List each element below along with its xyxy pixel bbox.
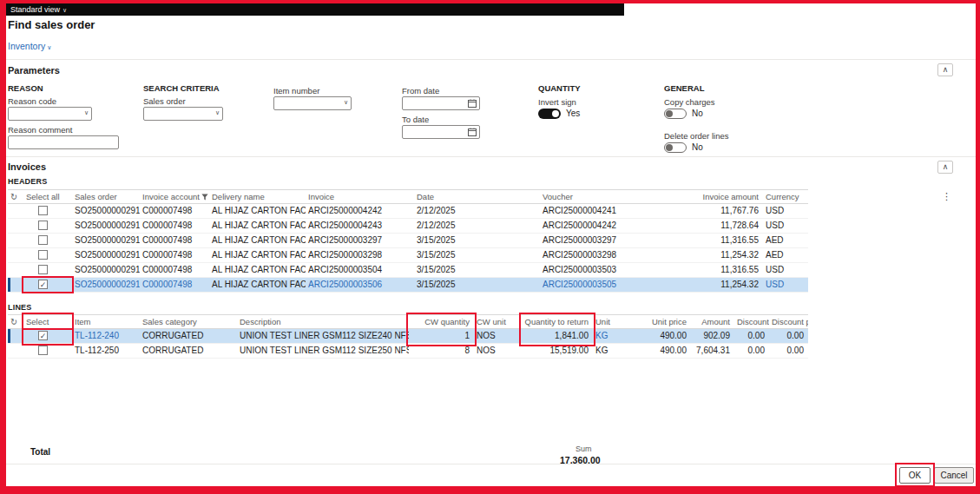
cell: AL HIJAZ CARTON FACTO...	[209, 263, 306, 277]
column-header[interactable]: Discount	[734, 315, 769, 328]
column-header[interactable]: Voucher	[540, 190, 687, 203]
reason-code-dropdown[interactable]: ∨	[8, 107, 92, 121]
reason-comment-input[interactable]	[8, 135, 119, 149]
column-header[interactable]: Invoice	[306, 190, 414, 203]
column-header[interactable]: Sales order	[72, 190, 140, 203]
filter-icon[interactable]	[201, 194, 208, 201]
column-header[interactable]: Sales category	[140, 315, 237, 328]
column-header[interactable]: Invoice account	[140, 190, 209, 203]
column-header[interactable]: CW unit	[474, 315, 522, 328]
column-header[interactable]: Select	[23, 315, 72, 328]
cell: UNION TEST LINER GSM112 SIZE250 NFSC	[237, 344, 409, 358]
cell: ARCI25000003504	[306, 263, 414, 277]
table-row[interactable]: SO25000000291C000007498AL HIJAZ CARTON F…	[8, 248, 808, 263]
column-header[interactable]: Unit	[593, 315, 630, 328]
row-checkbox[interactable]	[38, 346, 48, 355]
cell: 11,254.32	[687, 278, 763, 292]
column-header-label: Date	[417, 192, 434, 201]
column-header-label: Select	[26, 317, 49, 326]
chevron-up-icon: ∧	[943, 162, 949, 171]
more-options-icon[interactable]: ⋮	[942, 191, 951, 202]
chevron-up-icon: ∧	[943, 65, 949, 74]
row-spacer	[8, 344, 23, 358]
row-checkbox[interactable]	[38, 265, 48, 274]
table-row[interactable]: ✓SO25000000291C000007498AL HIJAZ CARTON …	[8, 278, 808, 293]
cell-link[interactable]: SO25000000291	[72, 278, 140, 292]
cell: C000007498	[140, 219, 209, 233]
chevron-down-icon: ∨	[47, 44, 51, 50]
row-checkbox[interactable]	[38, 221, 48, 230]
from-date-input[interactable]	[402, 96, 480, 110]
column-header[interactable]: Description	[237, 315, 409, 328]
column-header[interactable]: Discount p...	[769, 315, 808, 328]
column-header[interactable]: Delivery name	[209, 190, 306, 203]
table-row[interactable]: SO25000000291C000007498AL HIJAZ CARTON F…	[8, 219, 808, 234]
cancel-button[interactable]: Cancel	[934, 467, 974, 484]
cell: ARCI25000004243	[306, 219, 414, 233]
view-selector[interactable]: Standard view∨	[6, 3, 624, 16]
column-header[interactable]: Date	[414, 190, 540, 203]
row-checkbox[interactable]: ✓	[38, 280, 48, 289]
column-header-label: CW quantity	[424, 317, 470, 326]
cell: USD	[763, 219, 808, 233]
cell: 0.00	[734, 329, 769, 343]
column-header[interactable]: CW quantity	[409, 315, 474, 328]
refresh-icon[interactable]: ↻	[8, 315, 23, 328]
collapse-invoices-button[interactable]: ∧	[937, 161, 953, 174]
column-header[interactable]: Currency	[763, 190, 808, 203]
column-header[interactable]: Item	[72, 315, 140, 328]
collapse-parameters-button[interactable]: ∧	[937, 63, 953, 76]
cell: 11,316.55	[687, 234, 763, 247]
copy-charges-toggle[interactable]	[664, 109, 687, 119]
ok-button[interactable]: OK	[899, 467, 931, 484]
copy-charges-label: Copy charges	[664, 97, 715, 107]
cell-link[interactable]: TL-112-240	[72, 329, 140, 343]
column-header-label: Unit	[595, 317, 610, 326]
table-row[interactable]: ✓TL-112-240CORRUGATEDUNION TEST LINER GS…	[8, 329, 808, 344]
column-header-label: Unit price	[652, 317, 687, 326]
cell: ARCI25000004242	[306, 204, 414, 218]
delete-order-lines-toggle[interactable]	[664, 142, 687, 153]
to-date-input[interactable]	[402, 125, 480, 139]
cell: SO25000000291	[72, 263, 140, 277]
cell: AL HIJAZ CARTON FACTO...	[209, 219, 306, 233]
table-row[interactable]: TL-112-250CORRUGATEDUNION TEST LINER GSM…	[8, 344, 808, 359]
row-checkbox[interactable]	[38, 206, 48, 215]
column-header[interactable]: Unit price	[630, 315, 691, 328]
cell-link[interactable]: ARCI25000003506	[306, 278, 414, 292]
row-checkbox[interactable]	[38, 235, 48, 245]
to-date-label: To date	[402, 115, 429, 124]
table-row[interactable]: SO25000000291C000007498AL HIJAZ CARTON F…	[8, 234, 808, 248]
column-header[interactable]: Quantity to return	[522, 315, 593, 328]
cell-link[interactable]: USD	[763, 278, 808, 292]
cell-link[interactable]: ARCI25000003505	[540, 278, 687, 292]
item-number-dropdown[interactable]: ∨	[273, 96, 352, 110]
lines-grid-label: LINES	[8, 303, 32, 312]
calendar-icon	[468, 128, 477, 136]
cell: ARCI25000003297	[540, 234, 687, 247]
column-header[interactable]: Invoice amount	[687, 190, 763, 203]
column-header-label: Select all	[26, 192, 60, 201]
refresh-icon[interactable]: ↻	[8, 190, 23, 203]
table-row[interactable]: SO25000000291C000007498AL HIJAZ CARTON F…	[8, 263, 808, 278]
inventory-menu[interactable]: Inventory∨	[8, 41, 51, 51]
column-header[interactable]: Select all	[23, 190, 72, 203]
table-row[interactable]: SO25000000291C000007498AL HIJAZ CARTON F…	[8, 204, 808, 219]
cell: 1,841.00	[522, 329, 593, 343]
toggle-knob	[666, 110, 673, 117]
cell: 11,316.55	[687, 263, 763, 277]
row-checkbox[interactable]: ✓	[38, 331, 48, 340]
cell-link[interactable]: C000007498	[140, 278, 209, 292]
column-header[interactable]: Amount	[691, 315, 734, 328]
row-checkbox[interactable]	[38, 250, 48, 260]
reason-group-label: REASON	[8, 83, 43, 93]
invert-sign-toggle[interactable]	[538, 109, 561, 119]
cell: 3/15/2025	[414, 263, 540, 277]
cell-link[interactable]: KG	[593, 329, 630, 343]
column-header-label: Invoice account	[142, 192, 200, 201]
sales-order-dropdown[interactable]: ∨	[143, 107, 223, 121]
cell: 8	[409, 344, 474, 358]
cell: SO25000000291	[72, 204, 140, 218]
delete-order-lines-value: No	[692, 142, 703, 153]
invert-sign-label: Invert sign	[538, 97, 576, 107]
